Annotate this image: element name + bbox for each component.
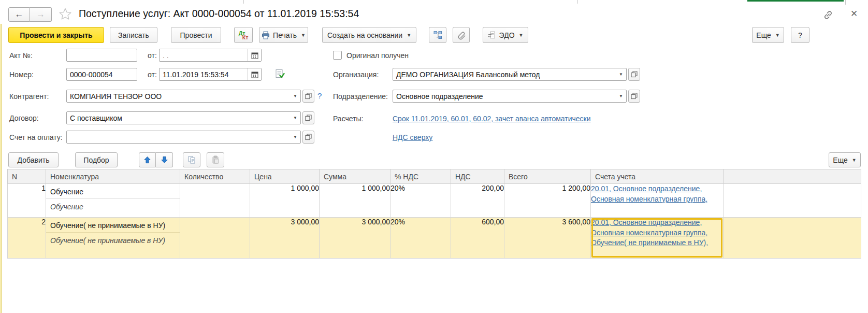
total-cell[interactable]: 1 200,00 bbox=[504, 184, 591, 218]
organization-open-button[interactable] bbox=[628, 68, 640, 81]
print-button[interactable]: Печать▼ bbox=[259, 27, 308, 43]
price-cell[interactable]: 3 000,00 bbox=[250, 218, 320, 259]
dt-kt-postings-button[interactable]: ДтКт bbox=[234, 27, 253, 43]
nomenclature-name[interactable]: Обучение bbox=[46, 184, 180, 199]
chevron-down-icon[interactable]: ▼ bbox=[290, 90, 300, 102]
sum-cell[interactable]: 1 000,00 bbox=[320, 184, 390, 218]
tab-separator bbox=[577, 0, 578, 4]
chevron-down-icon[interactable]: ▼ bbox=[616, 68, 626, 80]
row-number-cell[interactable]: 1 bbox=[8, 184, 46, 218]
set-date-check-icon[interactable] bbox=[275, 69, 286, 80]
calendar-icon[interactable] bbox=[248, 49, 261, 61]
accounts-link[interactable]: 20.01, Основное подразделение, bbox=[591, 184, 723, 194]
contract-open-button[interactable] bbox=[302, 111, 314, 124]
department-open-button[interactable] bbox=[628, 90, 640, 103]
back-arrow-icon: ← bbox=[15, 9, 24, 20]
add-row-button[interactable]: Добавить bbox=[8, 152, 59, 167]
move-down-button[interactable] bbox=[156, 152, 173, 167]
nomenclature-cell[interactable]: Обучение Обучение bbox=[46, 184, 180, 218]
organization-combo[interactable]: ДЕМО ОРГАНИЗАЦИЯ Балансовый метод ▼ bbox=[393, 68, 627, 81]
back-button[interactable]: ← bbox=[8, 7, 30, 22]
original-received-checkbox[interactable] bbox=[333, 51, 342, 60]
post-button[interactable]: Провести bbox=[171, 27, 221, 43]
favorite-star-icon[interactable] bbox=[58, 7, 73, 21]
col-header-vat[interactable]: НДС bbox=[451, 169, 504, 184]
accounts-link[interactable]: Основная номенклатурная группа, bbox=[591, 228, 723, 238]
counterparty-open-button[interactable] bbox=[302, 90, 314, 103]
vat-mode-link[interactable]: НДС сверху bbox=[393, 133, 432, 141]
calendar-icon[interactable] bbox=[248, 68, 261, 80]
table-row-selected[interactable]: 2 Обучение( не принимаемые в НУ) Обучени… bbox=[8, 218, 861, 259]
save-button[interactable]: Записать bbox=[110, 27, 157, 43]
more-button[interactable]: Еще▼ bbox=[752, 27, 784, 43]
chevron-down-icon[interactable]: ▼ bbox=[616, 90, 626, 102]
contract-combo[interactable]: С поставщиком ▼ bbox=[66, 111, 301, 124]
number-input[interactable] bbox=[66, 68, 137, 81]
vat-cell[interactable]: 200,00 bbox=[451, 184, 504, 218]
act-from-label: от: bbox=[148, 51, 157, 60]
col-header-nomenclature[interactable]: Номенклатура bbox=[46, 169, 180, 184]
organization-value: ДЕМО ОРГАНИЗАЦИЯ Балансовый метод bbox=[393, 70, 616, 79]
act-no-input[interactable] bbox=[66, 49, 137, 62]
nomenclature-content[interactable]: Обучение( не принимаемые в НУ) bbox=[46, 233, 180, 249]
post-and-close-button[interactable]: Провести и закрыть bbox=[8, 27, 104, 43]
forward-button[interactable]: → bbox=[30, 7, 52, 22]
col-header-vat-rate[interactable]: % НДС bbox=[390, 169, 451, 184]
settlements-link[interactable]: Срок 11.01.2019, 60.01, 60.02, зачет ава… bbox=[393, 115, 591, 123]
original-received-label: Оригинал получен bbox=[346, 51, 409, 60]
related-documents-button[interactable] bbox=[429, 27, 446, 43]
table-header-row: N Номенклатура Количество Цена Сумма % Н… bbox=[8, 169, 861, 184]
save-label: Записать bbox=[118, 31, 149, 39]
document-window: ← → Поступление услуг: Акт 0000-000054 о… bbox=[0, 0, 868, 313]
close-icon[interactable]: ✕ bbox=[850, 8, 858, 19]
chevron-down-icon[interactable]: ▼ bbox=[290, 112, 300, 124]
counterparty-value: КОМПАНИЯ ТЕНЗОР ООО bbox=[67, 92, 290, 101]
accounts-cell[interactable]: 20.01, Основное подразделение, Основная … bbox=[591, 184, 724, 218]
dropdown-caret-icon: ▼ bbox=[519, 33, 524, 38]
pick-button[interactable]: Подбор bbox=[75, 152, 118, 167]
create-based-on-button[interactable]: Создать на основании▼ bbox=[322, 27, 416, 43]
get-link-icon[interactable] bbox=[822, 9, 834, 21]
invoice-combo[interactable]: ▼ bbox=[66, 131, 301, 144]
counterparty-combo[interactable]: КОМПАНИЯ ТЕНЗОР ООО ▼ bbox=[66, 90, 301, 103]
act-date-input[interactable] bbox=[160, 49, 248, 61]
accounts-cell-selected[interactable]: 20.01, Основное подразделение, Основная … bbox=[591, 218, 724, 259]
contract-label: Договор: bbox=[9, 114, 39, 122]
accounts-link[interactable]: Обучение( не принимаемые в НУ), bbox=[591, 238, 723, 248]
table-row[interactable]: 1 Обучение Обучение 1 000,00 1 000,00 20… bbox=[8, 184, 861, 218]
nomenclature-name[interactable]: Обучение( не принимаемые в НУ) bbox=[46, 218, 180, 233]
attachments-button[interactable] bbox=[453, 27, 470, 43]
edo-button[interactable]: ЭДО▼ bbox=[483, 27, 528, 43]
nomenclature-cell[interactable]: Обучение( не принимаемые в НУ) Обучение(… bbox=[46, 218, 180, 259]
chevron-down-icon[interactable]: ▼ bbox=[290, 131, 300, 143]
sum-cell[interactable]: 3 000,00 bbox=[320, 218, 390, 259]
col-header-sum[interactable]: Сумма bbox=[320, 169, 390, 184]
vat-rate-cell[interactable]: 20% bbox=[390, 184, 451, 218]
accounts-link[interactable]: 20.01, Основное подразделение, bbox=[591, 218, 723, 228]
row-number-cell[interactable]: 2 bbox=[8, 218, 46, 259]
department-combo[interactable]: Основное подразделение ▼ bbox=[393, 90, 627, 103]
date-input[interactable] bbox=[160, 68, 248, 80]
col-header-total[interactable]: Всего bbox=[504, 169, 591, 184]
invoice-open-button[interactable] bbox=[302, 131, 314, 144]
counterparty-help-icon[interactable]: ? bbox=[317, 91, 322, 100]
col-header-accounts[interactable]: Счета учета bbox=[591, 169, 724, 184]
vat-rate-cell[interactable]: 20% bbox=[390, 218, 451, 259]
col-header-quantity[interactable]: Количество bbox=[180, 169, 250, 184]
move-up-button[interactable] bbox=[139, 152, 156, 167]
accounts-link[interactable]: Основная номенклатурная группа, bbox=[591, 194, 723, 205]
vat-cell[interactable]: 600,00 bbox=[451, 218, 504, 259]
price-cell[interactable]: 1 000,00 bbox=[250, 184, 320, 218]
date-field bbox=[159, 68, 262, 81]
quantity-cell[interactable] bbox=[180, 218, 250, 259]
table-more-button[interactable]: Еще▼ bbox=[829, 152, 861, 167]
paste-row-button[interactable] bbox=[207, 152, 224, 167]
copy-row-button[interactable] bbox=[183, 152, 200, 167]
help-button[interactable]: ? bbox=[791, 27, 809, 43]
col-header-n[interactable]: N bbox=[8, 169, 46, 184]
filler-cell bbox=[724, 184, 861, 218]
total-cell[interactable]: 3 600,00 bbox=[504, 218, 591, 259]
col-header-price[interactable]: Цена bbox=[250, 169, 320, 184]
nomenclature-content[interactable]: Обучение bbox=[46, 199, 180, 215]
quantity-cell[interactable] bbox=[180, 184, 250, 218]
